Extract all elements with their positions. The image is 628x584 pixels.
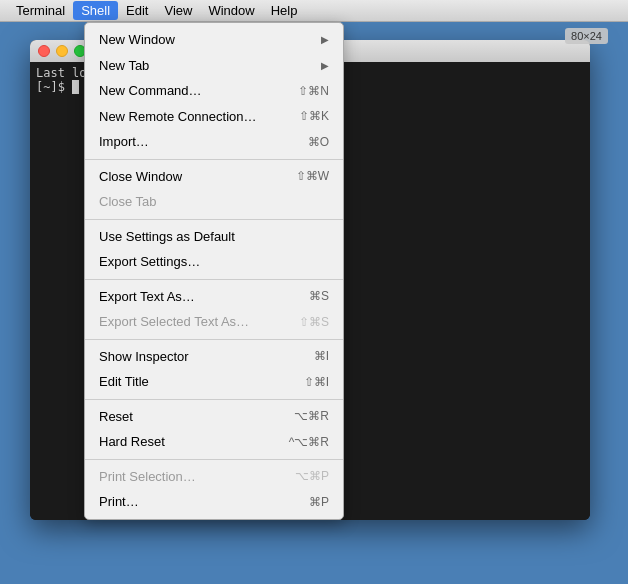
menu-item-shortcut: ⌘O (308, 133, 329, 151)
menu-item-shortcut: ⇧⌘K (299, 107, 329, 125)
menu-item-label: Show Inspector (99, 347, 189, 367)
menu-item-shortcut: ⌥⌘P (295, 467, 329, 485)
minimize-button[interactable] (56, 45, 68, 57)
menu-item-label: Export Text As… (99, 287, 195, 307)
menu-separator-1 (85, 159, 343, 160)
traffic-lights (38, 45, 86, 57)
menu-item-shortcut: ^⌥⌘R (289, 433, 329, 451)
menu-item-export-selected-text: Export Selected Text As… ⇧⌘S (85, 309, 343, 335)
menu-item-label: Edit Title (99, 372, 149, 392)
menu-item-shortcut: ⌘S (309, 287, 329, 305)
menu-item-show-inspector[interactable]: Show Inspector ⌘I (85, 344, 343, 370)
menu-item-hard-reset[interactable]: Hard Reset ^⌥⌘R (85, 429, 343, 455)
menu-item-shortcut: ⌥⌘R (294, 407, 329, 425)
menu-item-label: Print… (99, 492, 139, 512)
menu-item-shortcut: ⇧⌘S (299, 313, 329, 331)
menubar: Terminal Shell Edit View Window Help (0, 0, 628, 22)
menu-separator-2 (85, 219, 343, 220)
menu-item-shortcut: ⇧⌘I (304, 373, 329, 391)
menu-item-import[interactable]: Import… ⌘O (85, 129, 343, 155)
menu-separator-3 (85, 279, 343, 280)
menu-item-label: Print Selection… (99, 467, 196, 487)
menu-item-export-settings[interactable]: Export Settings… (85, 249, 343, 275)
menu-item-print-selection: Print Selection… ⌥⌘P (85, 464, 343, 490)
menu-item-edit-title[interactable]: Edit Title ⇧⌘I (85, 369, 343, 395)
menu-item-label: Close Tab (99, 192, 157, 212)
menu-item-shortcut: ⇧⌘N (298, 82, 329, 100)
menu-item-export-text[interactable]: Export Text As… ⌘S (85, 284, 343, 310)
menubar-item-window[interactable]: Window (200, 1, 262, 20)
menu-item-use-settings[interactable]: Use Settings as Default (85, 224, 343, 250)
menu-item-print[interactable]: Print… ⌘P (85, 489, 343, 515)
menubar-item-terminal[interactable]: Terminal (8, 1, 73, 20)
menu-item-label: New Window (99, 30, 175, 50)
menu-item-label: Use Settings as Default (99, 227, 235, 247)
menu-item-close-tab: Close Tab (85, 189, 343, 215)
menu-item-close-window[interactable]: Close Window ⇧⌘W (85, 164, 343, 190)
menubar-item-edit[interactable]: Edit (118, 1, 156, 20)
menu-item-new-window[interactable]: New Window (85, 27, 343, 53)
menu-item-label: New Remote Connection… (99, 107, 257, 127)
close-button[interactable] (38, 45, 50, 57)
menu-item-new-remote[interactable]: New Remote Connection… ⇧⌘K (85, 104, 343, 130)
menu-item-label: Hard Reset (99, 432, 165, 452)
menu-item-reset[interactable]: Reset ⌥⌘R (85, 404, 343, 430)
menu-separator-6 (85, 459, 343, 460)
menu-item-shortcut: ⌘I (314, 347, 329, 365)
menu-item-label: New Tab (99, 56, 149, 76)
menu-item-label: Import… (99, 132, 149, 152)
menubar-item-shell[interactable]: Shell (73, 1, 118, 20)
menu-item-label: Export Selected Text As… (99, 312, 249, 332)
menu-item-new-tab[interactable]: New Tab (85, 53, 343, 79)
menu-item-shortcut: ⇧⌘W (296, 167, 329, 185)
shell-dropdown-menu: New Window New Tab New Command… ⇧⌘N New … (84, 22, 344, 520)
terminal-size-badge: 80×24 (565, 28, 608, 44)
menubar-item-help[interactable]: Help (263, 1, 306, 20)
menu-separator-4 (85, 339, 343, 340)
menu-item-label: Reset (99, 407, 133, 427)
menu-item-label: New Command… (99, 81, 202, 101)
menu-item-shortcut: ⌘P (309, 493, 329, 511)
menu-separator-5 (85, 399, 343, 400)
menubar-item-view[interactable]: View (156, 1, 200, 20)
menu-item-label: Close Window (99, 167, 182, 187)
menu-item-label: Export Settings… (99, 252, 200, 272)
menu-item-new-command[interactable]: New Command… ⇧⌘N (85, 78, 343, 104)
